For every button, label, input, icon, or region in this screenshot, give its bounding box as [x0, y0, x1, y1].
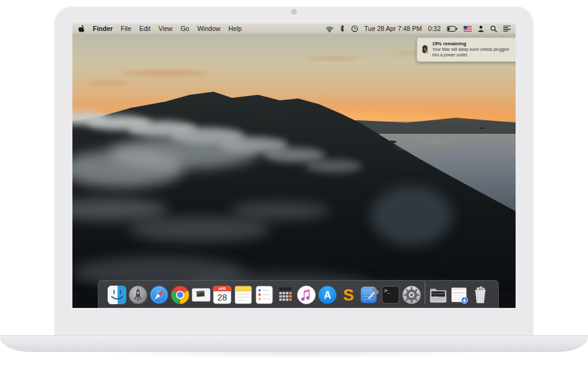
- spotlight-search-icon[interactable]: [490, 25, 497, 32]
- svg-text:APR: APR: [218, 287, 226, 291]
- notification-body: Your Mac will sleep soon unless plugged …: [432, 47, 516, 58]
- dock-item-xcode[interactable]: [360, 284, 379, 305]
- dock-item-documents-stack[interactable]: [428, 284, 448, 305]
- dock-item-mail[interactable]: [191, 284, 211, 305]
- dock-item-safari[interactable]: [149, 284, 169, 305]
- dock-item-reminders[interactable]: [254, 284, 274, 305]
- dock-item-finder[interactable]: [107, 284, 127, 305]
- menu-bar: Finder File Edit View Go Window Help: [72, 24, 516, 34]
- dock-item-system-preferences[interactable]: [402, 284, 422, 305]
- reminders-icon: [254, 285, 274, 305]
- menu-window[interactable]: Window: [197, 25, 220, 32]
- battery-time-remaining: 0:32: [428, 25, 441, 32]
- menubar-clock[interactable]: Tue 28 Apr 7:48 PM: [365, 25, 422, 32]
- notification-title: 15% remaining: [432, 41, 516, 46]
- system-preferences-icon: [402, 285, 422, 305]
- trash-full-icon: [470, 285, 490, 305]
- launchpad-icon: [128, 285, 148, 305]
- xcode-icon: [360, 285, 379, 305]
- apple-logo-icon: [78, 25, 85, 33]
- dock-item-calculator[interactable]: [275, 284, 295, 305]
- menu-go[interactable]: Go: [181, 25, 189, 32]
- itunes-icon: [296, 285, 316, 305]
- mail-icon: [191, 285, 211, 305]
- safari-icon: [149, 285, 169, 305]
- notification-center-icon[interactable]: [503, 25, 511, 32]
- webcam-dot: [292, 9, 296, 14]
- menu-finder[interactable]: Finder: [93, 25, 113, 32]
- dock-item-sublime-text[interactable]: S: [339, 284, 358, 305]
- wifi-icon[interactable]: [326, 25, 334, 32]
- terminal-icon: >_: [381, 285, 400, 305]
- macos-screen: Finder File Edit View Go Window Help: [72, 24, 516, 308]
- dock-item-app-store[interactable]: A: [318, 284, 337, 305]
- battery-notification[interactable]: 15% remaining Your Mac will sleep soon u…: [417, 37, 516, 62]
- documents-stack-icon: [428, 285, 448, 305]
- menu-file[interactable]: File: [121, 25, 131, 32]
- app-store-icon: A: [318, 285, 337, 305]
- dock-item-notes[interactable]: [233, 284, 253, 305]
- input-source-us-flag-icon[interactable]: [464, 26, 472, 32]
- notes-icon: [233, 285, 253, 305]
- laptop-base: [0, 335, 588, 352]
- svg-text:28: 28: [217, 292, 227, 302]
- time-machine-icon[interactable]: [351, 25, 358, 32]
- menu-help[interactable]: Help: [228, 25, 242, 32]
- dock-item-trash[interactable]: [470, 284, 490, 305]
- downloads-stack-icon: [449, 285, 469, 305]
- svg-text:S: S: [343, 286, 354, 304]
- dock-item-chrome[interactable]: [170, 284, 190, 305]
- menu-view[interactable]: View: [158, 25, 173, 32]
- dock-item-itunes[interactable]: [296, 284, 316, 305]
- dock-item-terminal[interactable]: >_: [381, 284, 400, 305]
- dock-separator: [425, 281, 425, 305]
- sublime-text-icon: S: [339, 285, 358, 305]
- dock-item-launchpad[interactable]: [128, 284, 148, 305]
- finder-icon: [107, 285, 127, 305]
- menu-edit[interactable]: Edit: [139, 25, 150, 32]
- desktop-wallpaper: [72, 24, 516, 308]
- battery-low-icon: [422, 43, 428, 55]
- svg-text:>_: >_: [384, 287, 391, 294]
- calculator-icon: [275, 285, 295, 305]
- battery-icon[interactable]: [447, 26, 457, 32]
- dock-item-calendar[interactable]: APR 28: [212, 284, 232, 305]
- dock-item-downloads-stack[interactable]: [449, 284, 469, 305]
- bluetooth-icon[interactable]: [340, 25, 345, 32]
- chrome-icon: [170, 285, 190, 305]
- dock: APR 28: [98, 280, 499, 308]
- notification-text: 15% remaining Your Mac will sleep soon u…: [432, 41, 516, 58]
- fast-user-switching-icon[interactable]: [478, 25, 484, 32]
- apple-menu[interactable]: [78, 25, 85, 33]
- calendar-icon: APR 28: [212, 285, 232, 305]
- svg-text:A: A: [324, 290, 331, 300]
